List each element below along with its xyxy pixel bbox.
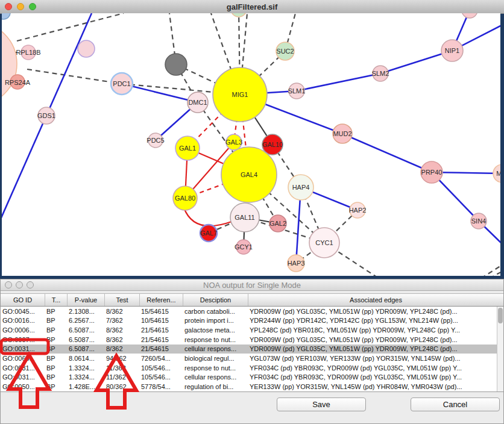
edge-blue[interactable] — [342, 134, 432, 172]
table-cell[interactable]: GO:0065... — [1, 355, 45, 362]
node-big-left[interactable] — [2, 22, 17, 106]
edge-red[interactable] — [184, 208, 232, 226]
table-cell[interactable]: 15/54615 — [139, 308, 183, 315]
table-cell[interactable]: GO:0031... — [1, 345, 45, 352]
table-cell[interactable]: cellular respons... — [183, 345, 248, 352]
save-button[interactable]: Save — [277, 398, 366, 411]
table-cell[interactable]: 6.5087... — [67, 336, 104, 343]
zoom-button[interactable] — [29, 3, 36, 10]
table-cell[interactable]: 8.0614... — [67, 355, 104, 362]
node-corner-topright[interactable] — [462, 13, 477, 18]
table-cell[interactable]: YGL073W (pd) YER103W, YER133W (pp) YOR31… — [248, 355, 499, 362]
table-cell[interactable]: GO:0050... — [1, 383, 45, 390]
table-cell[interactable]: 105/546... — [139, 373, 183, 381]
node-gray-node[interactable] — [165, 54, 187, 75]
table-cell[interactable]: YDR244W (pp) YDR142C, YDR142C (pp) YGL15… — [248, 317, 499, 324]
table-cell[interactable]: BP — [45, 336, 67, 343]
table-row[interactable]: GO:0065...BP8.0614...94/3627260/54...bio… — [1, 354, 503, 363]
table-cell[interactable]: 94/362 — [104, 355, 139, 362]
table-row[interactable]: GO:0031...BP1.3324...11/362105/546...cel… — [1, 373, 503, 382]
close-button[interactable] — [5, 281, 12, 288]
table-row[interactable]: GO:0006...BP6.5087...8/36221/54615galact… — [1, 325, 503, 335]
table-cell[interactable]: YFR034C (pd) YBR093C, YDR009W (pd) YGL03… — [248, 364, 499, 372]
edge-blue[interactable] — [297, 73, 380, 91]
network-canvas[interactable]: RPL18BRPS24AGDS1PDC1DMC1PDC5MIG1SUC2SLM1… — [2, 13, 500, 276]
table-cell[interactable]: YPL248C (pd) YBR018C, YML051W (pp) YDR00… — [248, 326, 499, 334]
table-cell[interactable]: GO:0006... — [1, 326, 45, 334]
table-cell[interactable]: cellular respons... — [183, 373, 248, 381]
table-cell[interactable]: 7260/54... — [139, 355, 183, 362]
table-cell[interactable]: YDR009W (pd) YGL035C, YML051W (pp) YDR00… — [248, 308, 499, 315]
table-cell[interactable]: 11/362 — [104, 364, 139, 372]
table-cell[interactable]: 1.428E... — [67, 383, 104, 390]
table-cell[interactable]: 8/362 — [104, 308, 139, 315]
column-header-test[interactable]: Test — [104, 294, 139, 306]
column-header-description[interactable]: Desciption — [183, 294, 248, 306]
table-cell[interactable]: BP — [45, 364, 67, 372]
table-cell[interactable]: 10/54615 — [139, 317, 183, 324]
table-cell[interactable]: GO:0031... — [1, 373, 45, 381]
table-cell[interactable]: GO:0031... — [1, 364, 45, 372]
table-cell[interactable]: 21/54615 — [139, 336, 183, 343]
table-cell[interactable]: YDR009W (pd) YGL035C, YML051W (pp) YDR00… — [248, 345, 499, 352]
table-row[interactable]: GO:0031...BP6.5087...8/36221/54615cellul… — [1, 344, 503, 354]
node-green-top[interactable] — [231, 13, 247, 17]
table-cell[interactable]: GO:0007... — [1, 336, 45, 343]
table-cell[interactable]: YFR034C (pd) YBR093C, YDR009W (pd) YGL03… — [248, 373, 499, 381]
column-header-go-id[interactable]: GO ID — [1, 294, 45, 306]
table-cell[interactable]: 1.3324... — [67, 373, 104, 381]
table-cell[interactable]: response to nut... — [183, 336, 248, 343]
table-cell[interactable]: carbon cataboli... — [183, 308, 248, 315]
table-cell[interactable]: BP — [45, 326, 67, 334]
table-cell[interactable]: YER133W (pp) YOR315W, YNL145W (pd) YHR08… — [248, 383, 499, 390]
table-row[interactable]: GO:0050...BP1.428E...80/3625778/54...reg… — [1, 382, 503, 391]
noa-window-titlebar[interactable]: NOA output for Single Mode — [1, 279, 503, 291]
table-row[interactable]: GO:0016...BP6.2567...7/36210/54615protei… — [1, 316, 503, 326]
table-cell[interactable]: 21/54615 — [139, 326, 183, 334]
table-cell[interactable]: BP — [45, 308, 67, 315]
table-cell[interactable]: BP — [45, 345, 67, 352]
table-cell[interactable]: BP — [45, 373, 67, 381]
table-cell[interactable]: 6.5087... — [67, 326, 104, 334]
scrollbar-thumb[interactable] — [498, 308, 503, 323]
column-header-p-value[interactable]: P-value — [67, 294, 104, 306]
minimize-button[interactable] — [16, 281, 23, 288]
table-cell[interactable]: 6.5087... — [67, 345, 104, 352]
edge-dash[interactable] — [27, 69, 122, 84]
table-cell[interactable]: biological regul... — [183, 355, 248, 362]
close-button[interactable] — [5, 3, 12, 10]
edge-dash[interactable] — [17, 13, 124, 41]
node-corner-topleft[interactable] — [2, 13, 10, 19]
table-cell[interactable]: response to nut... — [183, 364, 248, 372]
table-row[interactable]: GO:0007...BP6.5087...8/36221/54615respon… — [1, 335, 503, 344]
table-cell[interactable]: GO:0045... — [1, 308, 45, 315]
table-row[interactable]: GO:0045...BP2.1308...8/36215/54615carbon… — [1, 307, 503, 316]
table-cell[interactable]: 2.1308... — [67, 308, 104, 315]
minimize-button[interactable] — [17, 3, 24, 10]
table-cell[interactable]: 1.3324... — [67, 364, 104, 372]
column-header-type[interactable]: T... — [45, 294, 67, 306]
table-cell[interactable]: 8/362 — [104, 326, 139, 334]
cancel-button[interactable]: Cancel — [411, 398, 500, 411]
table-cell[interactable]: GO:0016... — [1, 317, 45, 324]
table-cell[interactable]: regulation of bi... — [183, 383, 248, 390]
table-cell[interactable]: BP — [45, 355, 67, 362]
zoom-button[interactable] — [27, 281, 34, 288]
table-cell[interactable]: 7/362 — [104, 317, 139, 324]
table-cell[interactable]: 8/362 — [104, 336, 139, 343]
node-unlabeled-1[interactable] — [78, 40, 95, 57]
table-cell[interactable]: 105/546... — [139, 364, 183, 372]
table-cell[interactable]: 21/54615 — [139, 345, 183, 352]
column-header-associated-edges[interactable]: Associated edges — [248, 294, 503, 306]
table-cell[interactable]: 11/362 — [104, 373, 139, 381]
table-cell[interactable]: 6.2567... — [67, 317, 104, 324]
network-window-titlebar[interactable]: galFiltered.sif — [0, 0, 504, 14]
vertical-scrollbar[interactable] — [497, 307, 503, 391]
table-cell[interactable]: 80/362 — [104, 383, 139, 390]
edge-blue[interactable] — [122, 84, 198, 102]
column-header-reference[interactable]: Referen... — [139, 294, 183, 306]
table-cell[interactable]: galactose meta... — [183, 326, 248, 334]
table-cell[interactable]: protein import i... — [183, 317, 248, 324]
table-cell[interactable]: BP — [45, 383, 67, 390]
table-row[interactable]: GO:0031...BP1.3324...11/362105/546...res… — [1, 363, 503, 373]
